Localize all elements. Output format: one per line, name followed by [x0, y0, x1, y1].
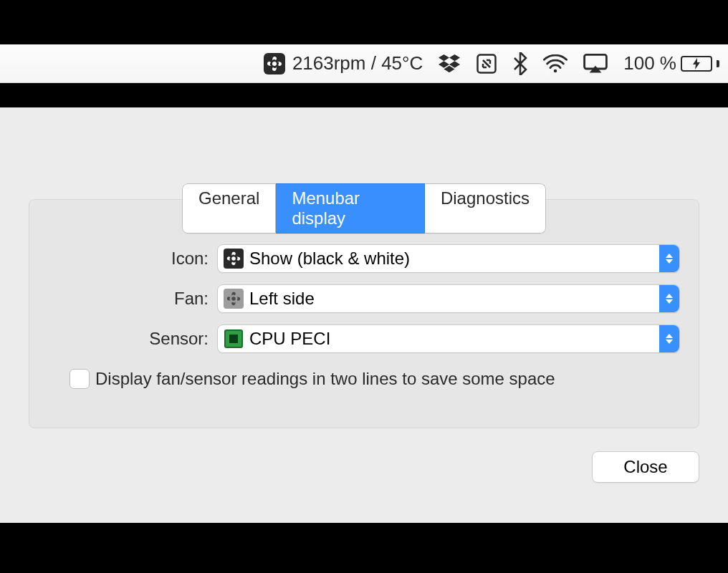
- fan-icon: [264, 53, 285, 74]
- tab-label: Menubar display: [292, 188, 360, 228]
- svg-point-11: [231, 256, 236, 261]
- tab-label: General: [198, 188, 259, 208]
- airplay-icon[interactable]: [583, 54, 608, 74]
- icon-label: Icon:: [29, 249, 217, 269]
- select-stepper-icon: [659, 245, 679, 272]
- svg-point-7: [554, 69, 557, 72]
- battery-menubar-item[interactable]: 100 %: [623, 52, 719, 74]
- sync-icon[interactable]: [476, 53, 497, 74]
- dropbox-icon[interactable]: [439, 54, 460, 74]
- two-lines-checkbox[interactable]: [70, 369, 90, 389]
- fan-icon: [224, 249, 244, 269]
- select-stepper-icon: [659, 285, 679, 312]
- fan-label: Fan:: [29, 289, 217, 309]
- tab-menubar-display[interactable]: Menubar display: [276, 183, 425, 233]
- bluetooth-icon[interactable]: [513, 52, 527, 75]
- close-button[interactable]: Close: [592, 451, 699, 483]
- fan-select-value: Left side: [249, 289, 315, 309]
- tab-general[interactable]: General: [182, 183, 276, 233]
- fan-reading-menubar-item[interactable]: 2163rpm / 45°C: [264, 52, 423, 74]
- sensor-label: Sensor:: [29, 329, 217, 349]
- battery-tip: [717, 60, 719, 67]
- fan-select[interactable]: Left side: [217, 284, 680, 313]
- two-lines-label: Display fan/sensor readings in two lines…: [95, 369, 555, 389]
- close-button-label: Close: [623, 457, 667, 477]
- tab-label: Diagnostics: [441, 188, 530, 208]
- two-lines-row: Display fan/sensor readings in two lines…: [70, 369, 555, 389]
- svg-point-0: [272, 62, 277, 66]
- wifi-icon[interactable]: [543, 54, 567, 73]
- icon-select-value: Show (black & white): [249, 249, 410, 269]
- chip-icon: [224, 329, 244, 349]
- sensor-select-value: CPU PECI: [249, 329, 330, 349]
- sensor-select[interactable]: CPU PECI: [217, 324, 680, 353]
- svg-marker-10: [693, 58, 700, 69]
- battery-icon: [681, 56, 712, 72]
- fan-row: Fan: Left side: [29, 283, 699, 314]
- svg-marker-2: [449, 54, 460, 60]
- icon-select[interactable]: Show (black & white): [217, 244, 680, 273]
- tab-diagnostics[interactable]: Diagnostics: [425, 183, 546, 233]
- select-stepper-icon: [659, 325, 679, 352]
- tab-strip: General Menubar display Diagnostics: [182, 183, 546, 233]
- system-menubar: 2163rpm / 45°C 100 %: [0, 44, 728, 83]
- icon-row: Icon: Show (black & white): [29, 243, 699, 274]
- fan-icon: [224, 289, 244, 309]
- preferences-window: General Menubar display Diagnostics Icon…: [0, 107, 728, 523]
- svg-point-12: [231, 297, 236, 301]
- battery-percent-text: 100 %: [623, 52, 676, 74]
- settings-panel: Icon: Show (black & white) Fan: Left sid…: [29, 199, 699, 428]
- fan-reading-text: 2163rpm / 45°C: [292, 52, 423, 74]
- sensor-row: Sensor: CPU PECI: [29, 323, 699, 355]
- svg-marker-1: [439, 54, 449, 60]
